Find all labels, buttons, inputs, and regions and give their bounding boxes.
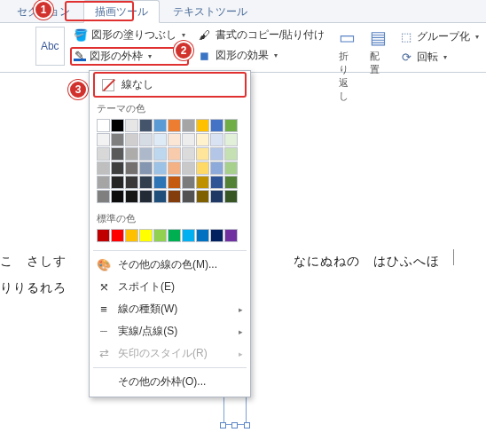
color-swatch[interactable] bbox=[196, 119, 209, 132]
color-swatch[interactable] bbox=[196, 190, 209, 203]
color-swatch[interactable] bbox=[168, 190, 181, 203]
wrap-text-label: 折り返し bbox=[339, 50, 356, 103]
color-swatch[interactable] bbox=[168, 229, 181, 242]
shape-effects-button[interactable]: ◼ 図形の効果 ▾ bbox=[194, 47, 328, 64]
color-swatch[interactable] bbox=[182, 176, 195, 189]
color-swatch[interactable] bbox=[97, 119, 110, 132]
color-swatch[interactable] bbox=[111, 161, 124, 175]
theme-color-grid bbox=[90, 117, 250, 208]
color-swatch[interactable] bbox=[111, 119, 124, 132]
color-swatch[interactable] bbox=[139, 133, 153, 146]
shape-fill-label: 図形の塗りつぶし bbox=[91, 28, 176, 43]
color-swatch[interactable] bbox=[153, 133, 167, 146]
color-swatch[interactable] bbox=[168, 119, 181, 132]
step-badge-2: 2 bbox=[174, 41, 193, 60]
color-swatch[interactable] bbox=[210, 176, 223, 189]
color-swatch[interactable] bbox=[111, 229, 124, 242]
format-painter-button[interactable]: 🖌 書式のコピー/貼り付け bbox=[194, 27, 328, 43]
color-swatch[interactable] bbox=[125, 147, 138, 161]
color-swatch[interactable] bbox=[153, 119, 167, 132]
color-swatch[interactable] bbox=[97, 147, 110, 161]
color-swatch[interactable] bbox=[182, 147, 195, 161]
color-swatch[interactable] bbox=[97, 190, 110, 203]
color-swatch[interactable] bbox=[224, 119, 238, 132]
color-swatch[interactable] bbox=[153, 229, 167, 242]
color-swatch[interactable] bbox=[182, 119, 195, 132]
color-swatch[interactable] bbox=[125, 161, 138, 175]
chevron-down-icon: ▾ bbox=[182, 31, 185, 39]
more-outlines-item[interactable]: その他の外枠(O)... bbox=[90, 371, 250, 393]
effects-icon: ◼ bbox=[198, 49, 212, 63]
shape-fill-button[interactable]: 🪣 図形の塗りつぶし ▾ bbox=[70, 27, 189, 43]
shape-outline-button[interactable]: ✎ 図形の外枠 ▾ bbox=[70, 47, 189, 66]
resize-handle[interactable] bbox=[231, 422, 238, 428]
color-swatch[interactable] bbox=[210, 229, 223, 242]
color-swatch[interactable] bbox=[210, 133, 223, 146]
color-swatch[interactable] bbox=[182, 190, 195, 203]
color-swatch[interactable] bbox=[196, 147, 209, 161]
color-swatch[interactable] bbox=[97, 161, 110, 175]
no-line-item[interactable]: 線なし bbox=[93, 72, 247, 98]
group-button[interactable]: ⬚ グループ化 ▾ bbox=[396, 28, 482, 45]
shape-style-gallery[interactable]: Abc bbox=[35, 27, 65, 66]
color-swatch[interactable] bbox=[111, 176, 124, 189]
line-dash-item[interactable]: ┈ 実線/点線(S) ▸ bbox=[90, 320, 250, 342]
color-swatch[interactable] bbox=[111, 190, 124, 203]
color-swatch[interactable] bbox=[139, 190, 153, 203]
color-swatch[interactable] bbox=[153, 161, 167, 175]
shape-outline-label: 図形の外枠 bbox=[90, 49, 143, 64]
color-swatch[interactable] bbox=[210, 161, 223, 175]
line-dash-label: 実線/点線(S) bbox=[118, 324, 177, 339]
resize-handle[interactable] bbox=[220, 422, 226, 428]
eyedropper-item[interactable]: ⤧ スポイト(E) bbox=[90, 276, 250, 298]
color-swatch[interactable] bbox=[153, 190, 167, 203]
color-swatch[interactable] bbox=[125, 229, 138, 242]
color-swatch[interactable] bbox=[224, 176, 238, 189]
color-swatch[interactable] bbox=[210, 119, 223, 132]
resize-handle[interactable] bbox=[244, 422, 250, 428]
color-swatch[interactable] bbox=[111, 147, 124, 161]
line-weight-item[interactable]: ≡ 線の種類(W) ▸ bbox=[90, 298, 250, 320]
color-swatch[interactable] bbox=[168, 133, 181, 146]
color-swatch[interactable] bbox=[111, 133, 124, 146]
more-line-colors-item[interactable]: 🎨 その他の線の色(M)... bbox=[90, 254, 250, 276]
color-swatch[interactable] bbox=[125, 133, 138, 146]
color-swatch[interactable] bbox=[139, 176, 153, 189]
color-swatch[interactable] bbox=[139, 119, 153, 132]
color-swatch[interactable] bbox=[210, 190, 223, 203]
color-swatch[interactable] bbox=[224, 161, 238, 175]
color-swatch[interactable] bbox=[97, 176, 110, 189]
color-swatch[interactable] bbox=[125, 176, 138, 189]
color-swatch[interactable] bbox=[97, 133, 110, 146]
color-swatch[interactable] bbox=[168, 176, 181, 189]
tab-text-tools[interactable]: テキストツール bbox=[161, 0, 259, 22]
tab-drawing-tools[interactable]: 描画ツール bbox=[83, 0, 160, 23]
color-swatch[interactable] bbox=[139, 161, 153, 175]
color-swatch[interactable] bbox=[139, 229, 153, 242]
arrows-icon: ⇄ bbox=[97, 347, 111, 361]
color-swatch[interactable] bbox=[196, 176, 209, 189]
color-swatch[interactable] bbox=[210, 147, 223, 161]
color-swatch[interactable] bbox=[196, 229, 209, 242]
color-swatch[interactable] bbox=[224, 133, 238, 146]
wrap-text-button[interactable]: ▭ 折り返し bbox=[333, 25, 361, 103]
color-swatch[interactable] bbox=[196, 133, 209, 146]
color-swatch[interactable] bbox=[97, 229, 110, 242]
color-swatch[interactable] bbox=[196, 161, 209, 175]
rotate-button[interactable]: ⟳ 回転 ▾ bbox=[396, 49, 482, 66]
color-swatch[interactable] bbox=[153, 147, 167, 161]
color-swatch[interactable] bbox=[182, 133, 195, 146]
align-button[interactable]: ▤ 配置 bbox=[364, 25, 392, 76]
color-swatch[interactable] bbox=[182, 229, 195, 242]
color-swatch[interactable] bbox=[139, 147, 153, 161]
weight-icon: ≡ bbox=[97, 303, 111, 317]
color-swatch[interactable] bbox=[153, 176, 167, 189]
color-swatch[interactable] bbox=[125, 190, 138, 203]
color-swatch[interactable] bbox=[224, 147, 238, 161]
color-swatch[interactable] bbox=[224, 190, 238, 203]
color-swatch[interactable] bbox=[168, 147, 181, 161]
color-swatch[interactable] bbox=[125, 119, 138, 132]
color-swatch[interactable] bbox=[182, 161, 195, 175]
color-swatch[interactable] bbox=[224, 229, 238, 242]
color-swatch[interactable] bbox=[168, 161, 181, 175]
